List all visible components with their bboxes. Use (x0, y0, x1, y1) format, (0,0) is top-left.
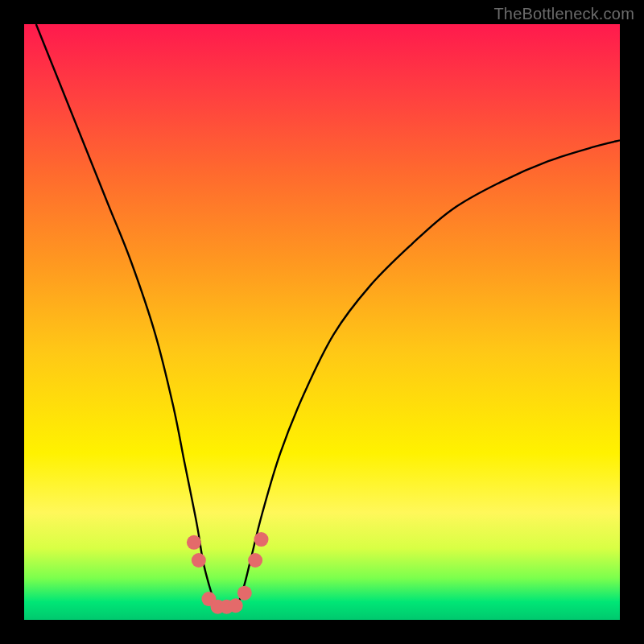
curve-marker (229, 598, 243, 613)
curve-marker (254, 532, 269, 547)
curve-marker (192, 553, 206, 568)
chart-frame: TheBottleneck.com (0, 0, 644, 644)
curve-marker (237, 586, 252, 601)
bottleneck-curve (36, 24, 620, 609)
chart-svg (24, 24, 620, 620)
plot-area (24, 24, 620, 620)
curve-markers (187, 532, 269, 614)
curve-marker (248, 553, 262, 568)
curve-marker (187, 535, 201, 550)
watermark-text: TheBottleneck.com (493, 5, 634, 23)
